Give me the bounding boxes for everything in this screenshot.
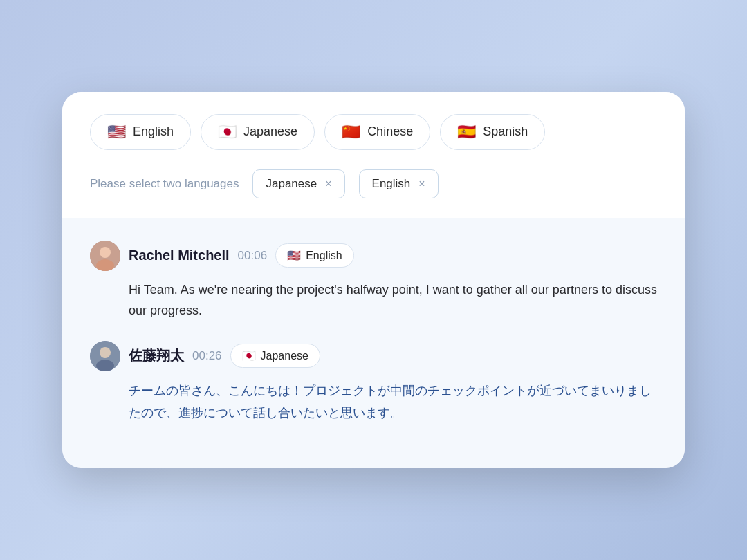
sato-name: 佐藤翔太 [129, 346, 184, 365]
main-card: 🇺🇸 English 🇯🇵 Japanese 🇨🇳 Chinese 🇪🇸 Spa… [62, 92, 685, 469]
english-button-label: English [133, 124, 174, 139]
sato-lang-label: Japanese [261, 350, 308, 362]
spanish-button[interactable]: 🇪🇸 Spanish [440, 114, 545, 150]
selection-row: Please select two languages Japanese × E… [90, 169, 657, 198]
es-flag-icon: 🇪🇸 [457, 124, 476, 140]
japanese-button[interactable]: 🇯🇵 Japanese [201, 114, 315, 150]
rachel-lang-label: English [306, 250, 342, 262]
sato-lang-flag: 🇯🇵 [242, 349, 256, 362]
english-tag-close-icon[interactable]: × [418, 178, 425, 190]
message-sato: 佐藤翔太 00:26 🇯🇵 Japanese チームの皆さん、こんにちは！プロジ… [90, 341, 657, 424]
rachel-message-text: Hi Team. As we're nearing the project's … [129, 279, 657, 321]
sato-lang-badge: 🇯🇵 Japanese [230, 344, 320, 368]
japanese-selected-tag[interactable]: Japanese × [252, 169, 344, 198]
rachel-name: Rachel Mitchell [129, 248, 230, 263]
message-rachel: Rachel Mitchell 00:06 🇺🇸 English Hi Team… [90, 241, 657, 321]
chinese-button-label: Chinese [367, 124, 413, 139]
english-tag-label: English [372, 177, 411, 191]
sato-timestamp: 00:26 [192, 349, 222, 363]
rachel-lang-flag: 🇺🇸 [287, 249, 301, 262]
message-sato-header: 佐藤翔太 00:26 🇯🇵 Japanese [90, 341, 657, 371]
japanese-tag-close-icon[interactable]: × [325, 178, 331, 190]
japanese-button-label: Japanese [243, 124, 297, 139]
rachel-lang-badge: 🇺🇸 English [275, 243, 353, 268]
english-selected-tag[interactable]: English × [359, 169, 439, 198]
select-prompt-text: Please select two languages [90, 177, 239, 191]
avatar-rachel [90, 241, 120, 271]
chat-panel: Rachel Mitchell 00:06 🇺🇸 English Hi Team… [62, 218, 685, 469]
message-rachel-header: Rachel Mitchell 00:06 🇺🇸 English [90, 241, 657, 271]
cn-flag-icon: 🇨🇳 [342, 124, 360, 140]
sato-message-text: チームの皆さん、こんにちは！プロジェクトが中間のチェックポイントが近づいてまいり… [129, 380, 657, 424]
language-buttons-row: 🇺🇸 English 🇯🇵 Japanese 🇨🇳 Chinese 🇪🇸 Spa… [90, 114, 657, 150]
rachel-timestamp: 00:06 [238, 249, 268, 263]
language-selector-panel: 🇺🇸 English 🇯🇵 Japanese 🇨🇳 Chinese 🇪🇸 Spa… [62, 92, 685, 218]
spanish-button-label: Spanish [483, 124, 528, 139]
jp-flag-icon: 🇯🇵 [218, 124, 237, 140]
japanese-tag-label: Japanese [266, 177, 317, 191]
svg-point-1 [100, 247, 111, 258]
chinese-button[interactable]: 🇨🇳 Chinese [324, 114, 430, 150]
avatar-sato [90, 341, 120, 371]
english-button[interactable]: 🇺🇸 English [90, 114, 191, 150]
us-flag-icon: 🇺🇸 [107, 124, 126, 140]
svg-point-4 [100, 347, 111, 358]
